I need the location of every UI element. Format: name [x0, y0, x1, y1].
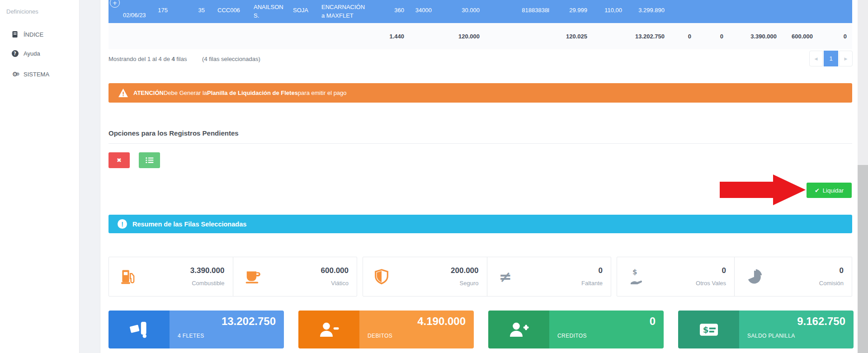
caret-right-icon: ▶ — [844, 56, 848, 61]
user-plus-icon — [488, 311, 549, 348]
app-root: Definiciones ÍNDICE ? Ayuda ⚙⚙ SISTEMA +… — [0, 0, 868, 353]
cell-num1: 175 — [158, 7, 168, 14]
vertical-scrollbar[interactable] — [858, 0, 868, 353]
list-icon — [146, 157, 154, 164]
total-cell: 1.440 — [389, 33, 404, 40]
warning-triangle-icon — [118, 89, 128, 97]
sidebar-item-label: SISTEMA — [24, 71, 49, 78]
rows-total: 4 — [172, 56, 175, 62]
card-label: Comisión — [819, 280, 844, 287]
cell-num2: 35 — [198, 7, 205, 14]
sidebar-item-indice[interactable]: ÍNDICE — [0, 28, 80, 41]
cell-amount3: 110,00 — [604, 7, 622, 14]
card-value: 0 — [722, 266, 726, 275]
sidebar-section-label: Definiciones — [6, 8, 38, 15]
card-value: 3.390.000 — [190, 266, 225, 275]
cell-amount4: 3.299.890 — [638, 7, 665, 14]
total-cell: 13.202.750 — [635, 33, 665, 40]
statbox-label: CREDITOS — [557, 333, 587, 339]
statbox-debitos: 4.190.000 DEBITOS — [298, 311, 474, 348]
page-prev-button[interactable]: ◀ — [809, 51, 823, 66]
card-value: 200.000 — [451, 266, 478, 275]
sidebar-item-sistema[interactable]: ⚙⚙ SISTEMA — [0, 67, 80, 81]
help-circle-icon: ? — [11, 49, 19, 57]
total-cell: 0 — [720, 33, 723, 40]
warning-banner: ATENCIÓN Debe Generar la Planilla de Liq… — [108, 83, 852, 103]
not-equal-icon: ≠ — [499, 269, 512, 284]
info-circle-icon: ! — [118, 219, 127, 229]
card-value: 600.000 — [321, 266, 349, 275]
money-check-icon: $ — [678, 311, 739, 348]
hand-dollar-icon: $ — [629, 269, 646, 284]
cell-qty2: 34000 — [415, 7, 432, 14]
liquidar-button[interactable]: ✔ Liquidar — [807, 183, 852, 198]
pagination: ◀ 1 ▶ — [809, 51, 853, 66]
cell-ref: 81883838l — [522, 7, 549, 14]
table-showing-summary: Mostrando del 1 al 4 de 4 filas (4 filas… — [108, 56, 260, 62]
card-viatico: 600.000 Viático — [233, 257, 357, 296]
gears-icon: ⚙⚙ — [11, 70, 19, 78]
caret-left-icon: ◀ — [815, 56, 818, 61]
card-value: 0 — [840, 266, 844, 275]
list-selection-button[interactable] — [139, 152, 160, 168]
total-cell: 120.000 — [458, 33, 480, 40]
summary-card-group: $ 0 Otros Vales 0 Comisión — [617, 257, 852, 297]
total-cell: 0 — [844, 33, 847, 40]
coffee-cup-icon — [245, 269, 261, 284]
check-icon: ✔ — [815, 187, 820, 194]
statbox-label: 4 FLETES — [178, 333, 204, 339]
dolly-truck-icon — [108, 311, 170, 348]
page-next-button[interactable]: ▶ — [839, 51, 853, 66]
card-label: Combustible — [192, 280, 224, 287]
x-icon: ✖ — [117, 157, 122, 164]
plus-circle-icon[interactable]: + — [110, 0, 120, 8]
shield-icon — [375, 268, 388, 285]
card-comision: 0 Comisión — [734, 257, 852, 296]
total-cell: 120.025 — [566, 33, 587, 40]
sidebar: Definiciones ÍNDICE ? Ayuda ⚙⚙ SISTEMA — [0, 0, 80, 353]
table-row-selected[interactable]: + 02/06/23 175 35 CCC006 ANAILSON S. SOJ… — [108, 0, 852, 23]
statbox-value: 13.202.750 — [222, 315, 276, 328]
fuel-pump-icon — [121, 268, 136, 285]
warning-bold: ATENCIÓN — [133, 89, 164, 96]
sidebar-item-label: ÍNDICE — [24, 31, 43, 38]
page-1-button[interactable]: 1 — [824, 51, 838, 66]
user-minus-icon — [298, 311, 359, 348]
card-seguro: 200.000 Seguro — [363, 257, 487, 296]
card-combustible: 3.390.000 Combustible — [109, 257, 233, 296]
summary-banner-label: Resumen de las Filas Seleccionadas — [132, 221, 246, 228]
pie-chart-icon — [746, 268, 763, 285]
card-label: Seguro — [460, 280, 479, 287]
sidebar-item-ayuda[interactable]: ? Ayuda — [0, 47, 80, 60]
summary-banner: ! Resumen de las Filas Seleccionadas — [108, 215, 852, 233]
cell-name: ANAILSON S. — [254, 3, 289, 20]
total-cell: 600.000 — [792, 33, 813, 40]
sidebar-item-label: Ayuda — [24, 50, 40, 57]
warning-bold: Planilla de Liquidación de Fletes — [207, 89, 298, 96]
cell-date: 02/06/23 — [123, 12, 146, 19]
statbox-value: 4.190.000 — [417, 315, 466, 328]
svg-text:$: $ — [703, 325, 708, 334]
cell-product: SOJA — [293, 7, 308, 14]
selection-note: (4 filas seleccionadas) — [202, 56, 260, 62]
card-faltante: ≠ 0 Faltante — [487, 257, 611, 296]
card-otros-vales: $ 0 Otros Vales — [617, 257, 734, 296]
summary-card-group: 3.390.000 Combustible 600.000 Viático — [108, 257, 357, 297]
card-label: Faltante — [581, 280, 603, 287]
section-divider — [108, 143, 852, 144]
statbox-fletes: 13.202.750 4 FLETES — [108, 311, 284, 348]
statbox-creditos: 0 CREDITOS — [488, 311, 664, 348]
card-label: Viático — [331, 280, 349, 287]
options-section-title: Opciones para los Registros Pendientes — [108, 129, 239, 137]
cell-route: ENCARNACIÓN a MAXFLET — [321, 3, 368, 20]
liquidar-label: Liquidar — [823, 187, 844, 194]
delete-selection-button[interactable]: ✖ — [108, 152, 130, 168]
total-cell: 3.390.000 — [750, 33, 777, 40]
statbox-value: 0 — [650, 315, 656, 328]
cell-amount2: 29.999 — [569, 7, 587, 14]
cell-amount1: 30.000 — [462, 7, 480, 14]
cell-qty1: 360 — [394, 7, 404, 14]
cell-code: CCC006 — [217, 7, 240, 14]
scrollbar-thumb[interactable] — [858, 165, 868, 353]
table-totals-row: 1.440 120.000 120.025 13.202.750 0 0 3.3… — [108, 23, 852, 49]
